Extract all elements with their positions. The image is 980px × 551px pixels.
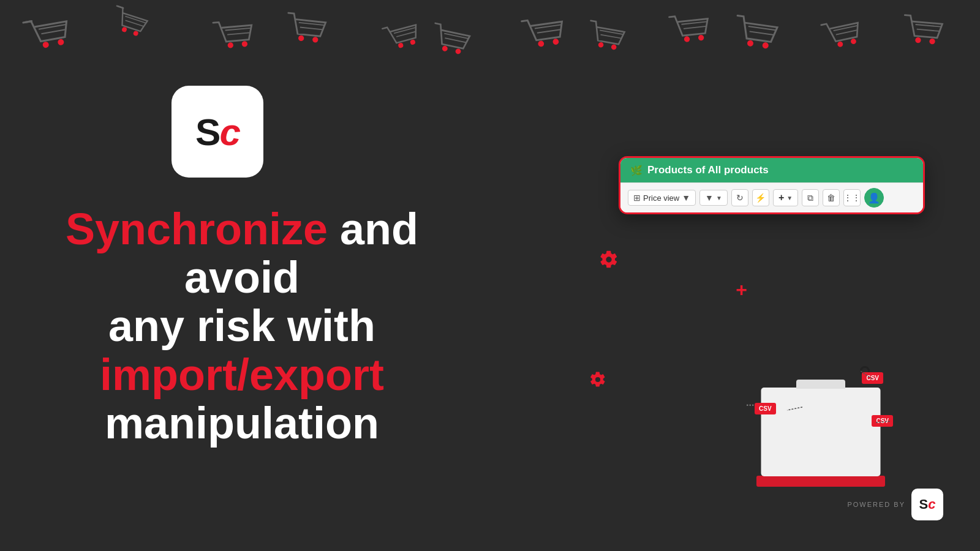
svg-point-21 <box>410 39 416 45</box>
headline-container: Synchronize and avoid any risk with impo… <box>18 205 466 448</box>
cart-decoration-9 <box>666 7 716 53</box>
svg-point-20 <box>398 42 404 48</box>
svg-point-33 <box>611 44 617 50</box>
headline-synchronize: Synchronize <box>66 204 328 253</box>
svg-line-27 <box>537 29 560 32</box>
cart-decoration-6 <box>425 17 477 66</box>
svg-point-12 <box>227 42 233 48</box>
cart-decoration-2 <box>105 1 154 47</box>
svg-point-44 <box>837 41 844 48</box>
logo-container: Sc <box>172 86 263 178</box>
svg-point-32 <box>598 42 604 48</box>
svg-point-36 <box>684 36 690 42</box>
svg-line-46 <box>916 24 941 27</box>
columns-button[interactable]: ⋮⋮ <box>843 189 861 206</box>
cart-decoration-7 <box>518 9 571 59</box>
cart-decoration-10 <box>729 9 784 61</box>
logo-text: Sc <box>195 110 239 154</box>
svg-line-9 <box>117 6 123 8</box>
svg-line-52 <box>876 421 891 422</box>
headline-line3: import/export <box>18 351 466 399</box>
svg-line-1 <box>41 29 65 34</box>
add-icon: + <box>778 192 784 203</box>
svg-point-37 <box>698 34 704 40</box>
headline-line4: manipulation <box>18 399 466 448</box>
filter-dropdown-icon: ▼ <box>716 195 722 201</box>
logo-s: S <box>195 111 219 153</box>
dropdown-arrow-icon: ▼ <box>682 193 690 203</box>
svg-point-41 <box>762 42 769 49</box>
svg-point-24 <box>442 45 448 52</box>
svg-point-40 <box>747 40 753 47</box>
svg-point-28 <box>538 40 545 47</box>
price-view-button[interactable]: ⊞ Price view ▼ <box>628 190 696 206</box>
svg-line-47 <box>917 29 940 31</box>
svg-line-10 <box>225 28 251 31</box>
svg-line-35 <box>684 26 706 29</box>
svg-line-31 <box>601 35 622 39</box>
headline-line2: any risk with <box>18 302 466 350</box>
cart-decoration-3 <box>209 13 259 59</box>
svg-point-3 <box>58 39 65 46</box>
svg-point-2 <box>42 41 50 48</box>
panel-toolbar: ⊞ Price view ▼ ▼ ▼ ↻ ⚡ + ▼ ⧉ 🗑 <box>620 182 923 212</box>
svg-line-11 <box>227 32 250 34</box>
refresh-icon: ↻ <box>736 193 744 203</box>
add-dropdown-icon: ▼ <box>786 195 793 201</box>
cart-decoration-5 <box>379 14 427 61</box>
table-icon: ⊞ <box>633 193 641 203</box>
user-icon: 👤 <box>868 192 880 204</box>
plus-decoration: + <box>736 279 747 301</box>
lightning-icon: ⚡ <box>755 193 766 203</box>
powered-logo-text: Sc <box>919 497 936 512</box>
copy-icon: ⧉ <box>807 193 813 203</box>
cart-decoration-12 <box>899 9 948 55</box>
svg-line-15 <box>300 27 323 29</box>
cart-decoration-4 <box>282 7 332 53</box>
gear-decoration-1 <box>599 250 619 274</box>
panel-header: 🌿 Products of All products <box>620 158 923 182</box>
svg-line-50 <box>861 371 873 380</box>
panel-header-icon: 🌿 <box>630 165 643 176</box>
ui-panel: 🌿 Products of All products ⊞ Price view … <box>619 156 925 214</box>
svg-point-17 <box>312 37 318 43</box>
add-button[interactable]: + ▼ <box>773 189 798 206</box>
powered-logo-box: Sc <box>911 489 943 520</box>
svg-point-13 <box>241 41 247 47</box>
csv-illustration: CSV CSV ··· CSV <box>741 355 900 490</box>
price-view-label: Price view <box>643 193 679 203</box>
delete-button[interactable]: 🗑 <box>823 189 840 206</box>
panel-header-text: Products of All products <box>647 164 769 176</box>
logo-c: c <box>219 111 239 153</box>
svg-point-45 <box>850 38 857 45</box>
copy-button[interactable]: ⧉ <box>802 189 819 206</box>
svg-point-16 <box>298 35 304 41</box>
svg-line-4 <box>23 21 32 23</box>
svg-line-39 <box>750 31 774 35</box>
svg-line-19 <box>396 32 415 37</box>
logo-box: Sc <box>172 86 263 178</box>
svg-line-34 <box>681 21 707 24</box>
svg-line-43 <box>836 30 858 34</box>
filter-button[interactable]: ▼ ▼ <box>699 190 728 206</box>
svg-point-49 <box>929 39 935 45</box>
svg-point-25 <box>455 48 462 55</box>
svg-point-48 <box>915 37 921 43</box>
gear-decoration-2 <box>589 370 606 393</box>
cart-decoration-11 <box>817 11 869 60</box>
account-button[interactable]: 👤 <box>864 188 884 208</box>
svg-line-14 <box>299 23 325 25</box>
headline-line1: Synchronize and avoid <box>18 205 466 302</box>
filter-icon: ▼ <box>705 193 714 203</box>
svg-point-29 <box>552 39 559 45</box>
columns-icon: ⋮⋮ <box>843 193 861 203</box>
cart-decoration-8 <box>582 15 631 61</box>
powered-by-label: POWERED BY <box>847 501 905 508</box>
refresh-button[interactable]: ↻ <box>731 189 748 206</box>
connection-lines <box>741 355 900 490</box>
lightning-button[interactable]: ⚡ <box>752 189 769 206</box>
cart-decoration-1 <box>21 9 77 62</box>
svg-line-23 <box>445 38 466 42</box>
trash-icon: 🗑 <box>827 193 835 203</box>
svg-line-51 <box>787 407 802 410</box>
